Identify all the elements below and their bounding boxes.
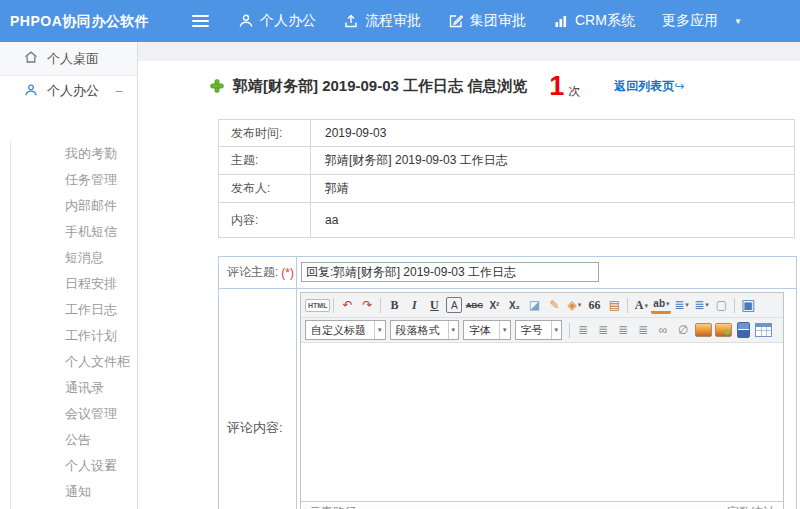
- link-icon[interactable]: ∞: [653, 320, 673, 340]
- paragraph-format-select[interactable]: 段落格式▾: [390, 320, 460, 340]
- caret-down-icon: ▾: [499, 321, 507, 339]
- sidebar-item-label: 会议管理: [65, 406, 117, 421]
- view-count: 1: [549, 73, 564, 100]
- caret-down-icon: ▾: [705, 301, 709, 309]
- heading-select[interactable]: 自定义标题▾: [305, 320, 386, 340]
- sidebar-section-label: 个人办公: [47, 82, 99, 100]
- ordered-list-icon[interactable]: ≣▾: [671, 295, 691, 315]
- sidebar-item[interactable]: 个人设置+: [11, 453, 137, 479]
- sidebar-item[interactable]: 个人文件柜: [11, 349, 137, 375]
- sidebar-item[interactable]: 工作计划: [11, 323, 137, 349]
- fullscreen-icon[interactable]: ▣: [738, 295, 758, 315]
- subscript-icon[interactable]: X₂: [504, 295, 524, 315]
- sidebar: 个人桌面 个人办公 − 我的考勤任务管理内部邮件手机短信短消息日程安排工作日志工…: [0, 42, 138, 509]
- sidebar-item-label: 公告: [65, 432, 91, 447]
- nav-item-label: CRM系统: [575, 12, 635, 30]
- sidebar-section-personal-office[interactable]: 个人办公 −: [0, 76, 137, 106]
- caret-down-icon: ▾: [666, 300, 670, 308]
- bold-icon[interactable]: B: [384, 295, 404, 315]
- caret-down-icon: ▾: [374, 321, 382, 339]
- blockquote-icon[interactable]: 66: [584, 295, 604, 315]
- toolbar-separator: [569, 323, 570, 338]
- caret-down-icon: ▾: [645, 301, 649, 310]
- back-to-list-link[interactable]: 返回列表页↪: [614, 78, 684, 95]
- sidebar-item[interactable]: 短消息: [11, 245, 137, 271]
- expand-plus-icon[interactable]: +: [105, 453, 113, 479]
- new-document-icon[interactable]: ▢: [711, 295, 731, 315]
- remove-format-eraser-icon[interactable]: ◪: [524, 295, 544, 315]
- app-logo: PHPOA协同办公软件: [10, 0, 149, 42]
- highlight-color-icon[interactable]: ab▾: [651, 297, 671, 314]
- sidebar-item[interactable]: 我的考勤: [11, 141, 137, 167]
- sidebar-item[interactable]: 内部邮件: [11, 193, 137, 219]
- media-icon[interactable]: [733, 320, 753, 340]
- undo-icon[interactable]: ↶: [337, 295, 357, 315]
- page-title: 郭靖[财务部] 2019-09-03 工作日志 信息浏览: [233, 77, 527, 96]
- nav-item-label: 流程审批: [365, 12, 421, 30]
- comment-subject-input[interactable]: [301, 262, 599, 282]
- html-source-icon[interactable]: HTML: [305, 299, 330, 312]
- strikethrough-icon[interactable]: ABC: [464, 295, 484, 315]
- editor-content-area[interactable]: [301, 343, 783, 502]
- view-count-unit: 次: [568, 83, 580, 100]
- redo-icon[interactable]: ↷: [357, 295, 377, 315]
- toolbar-separator: [734, 298, 735, 313]
- table-icon: [755, 323, 772, 337]
- multi-image-icon[interactable]: [713, 320, 733, 340]
- info-row-value: 2019-09-03: [311, 120, 795, 147]
- required-mark: (*): [281, 266, 294, 280]
- view-count-group: 1 次: [549, 73, 580, 100]
- nav-item-3[interactable]: 集团审批: [448, 12, 526, 30]
- font-size-select[interactable]: 字号▾: [515, 320, 563, 340]
- sidebar-item[interactable]: 工作日志: [11, 297, 137, 323]
- nav-item-1[interactable]: 个人办公: [238, 12, 316, 30]
- info-row-label: 发布时间:: [219, 120, 311, 147]
- info-row-value: 郭靖: [311, 175, 795, 203]
- unordered-list-icon[interactable]: ≣▾: [691, 295, 711, 315]
- sidebar-item[interactable]: 公告: [11, 427, 137, 453]
- home-icon: [24, 50, 38, 67]
- table-icon[interactable]: [753, 320, 773, 340]
- user-icon: [238, 13, 254, 29]
- align-center-icon[interactable]: ≣: [593, 320, 613, 340]
- font-name-icon[interactable]: A: [446, 297, 462, 313]
- table-row: 发布时间:2019-09-03: [219, 120, 795, 147]
- info-row-label: 内容:: [219, 203, 311, 238]
- sidebar-item[interactable]: 手机短信: [11, 219, 137, 245]
- comment-content-label: 评论内容:: [219, 289, 297, 509]
- sidebar-desktop-label: 个人桌面: [47, 50, 99, 68]
- user-icon: [24, 83, 38, 100]
- nav-item-5[interactable]: 更多应用▼: [662, 12, 742, 30]
- add-plus-icon: [210, 79, 224, 93]
- menu-toggle-hamburger-icon[interactable]: [192, 15, 209, 27]
- nav-item-2[interactable]: 流程审批: [343, 12, 421, 30]
- image-icon[interactable]: [693, 320, 713, 340]
- underline-icon[interactable]: U: [424, 295, 444, 315]
- align-right-icon[interactable]: ≣: [613, 320, 633, 340]
- sidebar-item[interactable]: 通知: [11, 479, 137, 505]
- editor-toolbar-row1: HTML↶↷BIUAABCX²X₂◪✎◈▾66▤A▾ab▾≣▾≣▾▢▣: [301, 293, 783, 318]
- sidebar-item[interactable]: 通讯录: [11, 375, 137, 401]
- sidebar-item[interactable]: 会议管理: [11, 401, 137, 427]
- font-family-select[interactable]: 字体▾: [463, 320, 511, 340]
- superscript-icon[interactable]: X²: [484, 295, 504, 315]
- unlink-icon[interactable]: ∅: [673, 320, 693, 340]
- format-brush-icon[interactable]: ✎: [544, 295, 564, 315]
- italic-icon[interactable]: I: [404, 295, 424, 315]
- sidebar-item[interactable]: 日程安排: [11, 271, 137, 297]
- main-content: 郭靖[财务部] 2019-09-03 工作日志 信息浏览 1 次 返回列表页↪ …: [138, 42, 800, 509]
- paste-text-icon[interactable]: ▤: [604, 295, 624, 315]
- collapse-minus-icon[interactable]: −: [115, 83, 123, 99]
- toolbar-separator: [627, 298, 628, 313]
- sidebar-item[interactable]: 任务管理: [11, 167, 137, 193]
- sidebar-item-label: 通讯录: [65, 380, 104, 395]
- align-justify-icon[interactable]: ≣: [633, 320, 653, 340]
- sidebar-item[interactable]: 大事记: [11, 505, 137, 509]
- nav-item-4[interactable]: CRM系统: [553, 12, 635, 30]
- caret-down-icon: ▾: [685, 301, 689, 309]
- quick-format-icon[interactable]: ◈▾: [564, 295, 584, 315]
- align-left-icon[interactable]: ≣: [573, 320, 593, 340]
- content-top-strip: [138, 42, 800, 61]
- sidebar-item-desktop[interactable]: 个人桌面: [0, 42, 137, 76]
- font-color-icon[interactable]: A▾: [631, 295, 651, 315]
